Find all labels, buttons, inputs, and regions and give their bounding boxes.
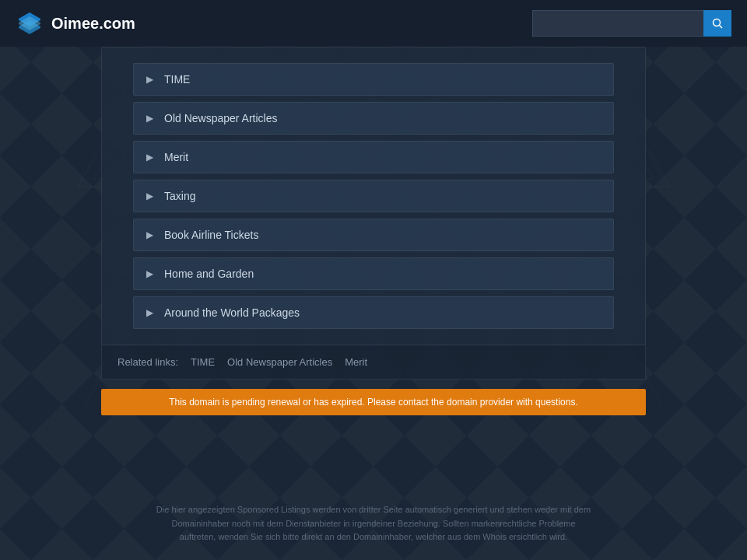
menu-label-around-world: Around the World Packages bbox=[164, 306, 300, 319]
arrow-icon-home-garden: ▶ bbox=[146, 268, 153, 279]
search-button[interactable] bbox=[703, 10, 731, 37]
footer: Die hier angezeigten Sponsored Listings … bbox=[0, 503, 747, 544]
menu-label-time: TIME bbox=[164, 73, 190, 86]
arrow-icon-old-newspaper: ▶ bbox=[146, 113, 153, 124]
logo-icon bbox=[16, 9, 44, 37]
footer-text: Die hier angezeigten Sponsored Listings … bbox=[156, 503, 591, 544]
content-panel: ▶ TIME ▶ Old Newspaper Articles ▶ Merit … bbox=[101, 47, 646, 345]
search-area bbox=[532, 10, 731, 37]
notification-bar: This domain is pending renewal or has ex… bbox=[101, 389, 646, 415]
menu-item-old-newspaper[interactable]: ▶ Old Newspaper Articles bbox=[133, 102, 614, 135]
search-icon bbox=[712, 18, 723, 29]
menu-item-merit[interactable]: ▶ Merit bbox=[133, 141, 614, 173]
svg-point-9 bbox=[714, 19, 721, 26]
main-area: ▶ TIME ▶ Old Newspaper Articles ▶ Merit … bbox=[0, 47, 747, 415]
menu-label-old-newspaper: Old Newspaper Articles bbox=[164, 112, 278, 124]
arrow-icon-merit: ▶ bbox=[146, 152, 153, 163]
notification-text: This domain is pending renewal or has ex… bbox=[117, 397, 630, 408]
menu-item-around-world[interactable]: ▶ Around the World Packages bbox=[133, 296, 614, 329]
menu-item-taxing[interactable]: ▶ Taxing bbox=[133, 180, 614, 212]
menu-label-merit: Merit bbox=[164, 151, 188, 163]
logo-area: Oimee.com bbox=[16, 9, 135, 37]
search-input[interactable] bbox=[532, 10, 703, 37]
svg-line-10 bbox=[720, 26, 723, 29]
arrow-icon-time: ▶ bbox=[146, 74, 153, 85]
related-link-merit[interactable]: Merit bbox=[345, 356, 367, 368]
logo-text: Oimee.com bbox=[51, 15, 135, 33]
arrow-icon-book-airline: ▶ bbox=[146, 229, 153, 240]
header: Oimee.com bbox=[0, 0, 747, 47]
menu-item-home-garden[interactable]: ▶ Home and Garden bbox=[133, 257, 614, 290]
menu-label-taxing: Taxing bbox=[164, 190, 195, 202]
menu-item-time[interactable]: ▶ TIME bbox=[133, 63, 614, 96]
menu-item-book-airline[interactable]: ▶ Book Airline Tickets bbox=[133, 219, 614, 251]
menu-label-book-airline: Book Airline Tickets bbox=[164, 229, 258, 241]
related-links-label: Related links: bbox=[117, 356, 178, 368]
arrow-icon-around-world: ▶ bbox=[146, 307, 153, 318]
related-link-time[interactable]: TIME bbox=[191, 356, 215, 368]
related-links-bar: Related links: TIME Old Newspaper Articl… bbox=[101, 345, 646, 380]
related-link-old-newspaper[interactable]: Old Newspaper Articles bbox=[227, 356, 332, 368]
menu-label-home-garden: Home and Garden bbox=[164, 268, 254, 280]
menu-list: ▶ TIME ▶ Old Newspaper Articles ▶ Merit … bbox=[102, 63, 645, 329]
arrow-icon-taxing: ▶ bbox=[146, 191, 153, 201]
